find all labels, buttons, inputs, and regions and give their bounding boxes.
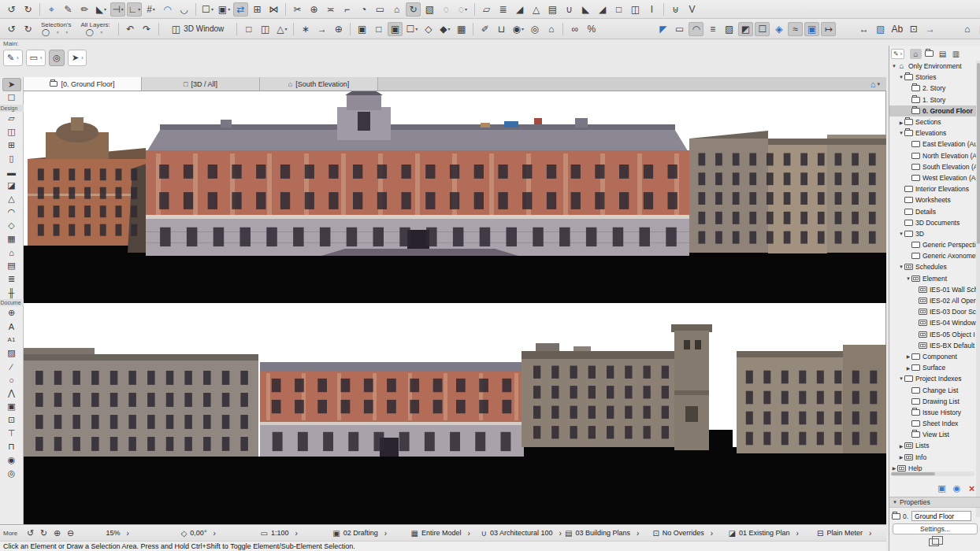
tree-expand-arrow[interactable]: ▼ (898, 376, 904, 381)
roof-tool[interactable]: △ (2, 192, 21, 205)
railing-edit-icon[interactable]: ≣ (496, 2, 510, 17)
home-view-icon[interactable]: ⌂ (544, 22, 559, 36)
tree-item-component[interactable]: ▶Component (889, 351, 976, 362)
link-icon[interactable]: ∞ (567, 22, 582, 36)
marquee-icon[interactable]: ☐▾ (200, 2, 215, 17)
paint-bucket-icon[interactable]: ◣ (578, 2, 593, 17)
window-tool[interactable]: ⊞ (2, 139, 21, 152)
rotate-icon[interactable]: ↻ (406, 2, 421, 17)
tree-item-ies-03-door-sc[interactable]: IES-03 Door Sc (889, 306, 976, 317)
tree-item-info[interactable]: ▶Info (889, 452, 976, 463)
hatch-lines-icon[interactable]: ≡ (705, 22, 720, 36)
tree-item-west-elevation-au[interactable]: West Elevation (Au (889, 172, 976, 183)
doc-icon[interactable]: □ (611, 2, 626, 17)
status-pen-set[interactable]: ▣02 Drafting› (320, 529, 401, 538)
va-icon[interactable]: V (685, 2, 700, 17)
tree-item-2-story[interactable]: 2. Story (889, 83, 976, 94)
tab-home-dropdown[interactable]: ⌂▾ (864, 77, 886, 91)
tree-item-south-elevation-a[interactable]: South Elevation (A (889, 161, 976, 172)
settings-button[interactable]: Settings... (893, 523, 978, 534)
tree-item-east-elevation-au[interactable]: East Elevation (Au (889, 139, 976, 150)
tree-item-interior-elevations[interactable]: Interior Elevations (889, 183, 976, 194)
status-renovation-filter[interactable]: ◪01 Existing Plan› (723, 529, 804, 538)
wave-select-icon[interactable]: ≈ (788, 22, 803, 36)
adjust-icon[interactable]: ∟▾ (127, 2, 142, 17)
pencil-icon[interactable]: ✎ (61, 2, 76, 17)
frame-icon[interactable]: ▭ (373, 2, 388, 17)
drawing-canvas[interactable] (24, 91, 886, 524)
paint-bucket2-icon[interactable]: ◢ (595, 2, 610, 17)
beam-tool[interactable]: ▬ (2, 165, 21, 179)
zoom-out-icon[interactable]: ⊖ (64, 527, 77, 539)
tree-item-project-indexes[interactable]: ▼Project Indexes (889, 373, 976, 384)
arc-segment-icon[interactable]: ◔ (356, 2, 371, 17)
rebuild-icon[interactable]: ↻ (20, 22, 35, 36)
tree-item-stories[interactable]: ▼Stories (889, 72, 976, 83)
camera-tool[interactable]: ◉ (2, 453, 21, 467)
undo-icon[interactable]: ↺ (4, 2, 19, 17)
status-graphic-override[interactable]: ⊡No Overrides› (643, 529, 724, 538)
globe-icon[interactable]: ⊕ (331, 22, 346, 36)
status-zoom-level[interactable]: 15%› (77, 529, 158, 538)
abc-icon[interactable]: Ab (889, 22, 904, 36)
tree-item-ies-02-all-oper[interactable]: IES-02 All Oper (889, 295, 976, 306)
dimension-box-icon[interactable]: ⊞ (250, 2, 265, 17)
tree-item-ies-05-object-i[interactable]: IES-05 Object I (889, 329, 976, 340)
diamond-icon[interactable]: ◈ (771, 22, 786, 36)
tree-expand-arrow[interactable]: ▶ (905, 365, 911, 371)
tree-item-north-elevation-a[interactable]: North Elevation (A (889, 150, 976, 161)
snap-grid-icon[interactable]: #▾ (143, 2, 158, 17)
box-wire-icon[interactable]: □ (241, 22, 256, 36)
marquee-tool[interactable]: ☐ (2, 91, 21, 105)
expand-icon[interactable]: ↔ (856, 22, 871, 36)
brush-icon[interactable]: ▧ (422, 2, 437, 17)
axonometry-icon[interactable]: △▾ (274, 22, 289, 36)
image-icon[interactable]: ▦ (454, 22, 469, 36)
tree-expand-arrow[interactable]: ▼ (898, 231, 904, 236)
drawing-tool[interactable]: ⊡ (2, 413, 21, 427)
circle-tool[interactable]: ○ (2, 373, 21, 386)
tab-0groundfloor[interactable]: [0. Ground Floor] (24, 77, 142, 91)
tree-item-only-environment[interactable]: ▼⌂Only Environment (889, 61, 976, 72)
tree-expand-arrow[interactable]: ▶ (898, 120, 904, 125)
zone-tool[interactable]: ⌂ (2, 246, 21, 259)
story-name-input[interactable] (911, 511, 971, 521)
flag-icon[interactable]: ⊎ (668, 2, 683, 17)
view-map-icon[interactable] (923, 49, 935, 59)
label-tool[interactable]: A1 (2, 333, 21, 346)
drop-solid-icon[interactable]: ◆▾ (437, 22, 452, 36)
tree-expand-arrow[interactable]: ▶ (891, 465, 897, 471)
copy-frame-icon[interactable]: ▣ (804, 22, 819, 36)
element-settings-button[interactable]: ▭› (26, 50, 46, 66)
frame-target-icon[interactable]: ⊡ (906, 22, 921, 36)
dimension-tool[interactable]: ⊕ (2, 306, 21, 320)
wall-tool[interactable]: ▱ (2, 112, 21, 125)
tree-expand-arrow[interactable]: ▶ (898, 454, 904, 460)
camera-path-icon[interactable]: ◎ (527, 22, 542, 36)
tree-item-view-list[interactable]: View List (889, 429, 976, 440)
home-dotted-icon[interactable]: ⌂ (960, 22, 974, 36)
selection-toggles[interactable]: Selection's◯ ◦ ◦ (41, 22, 71, 36)
paste-view-icon[interactable]: □ (371, 22, 386, 36)
tray-icon[interactable]: ⊔ (494, 22, 509, 36)
elevation-tool[interactable]: ⊓ (2, 440, 21, 453)
drag-icon[interactable]: ⇄ (233, 2, 248, 17)
figure-tool[interactable]: ▣ (2, 400, 21, 413)
tab-southelevation[interactable]: ⌂[South Elevation] (260, 77, 378, 91)
tree-item-ies-bx-default[interactable]: IES-BX Default (889, 340, 976, 351)
tree-item-generic-perspecti[interactable]: Generic Perspecti (889, 239, 976, 250)
tree-item-generic-axonomet[interactable]: Generic Axonomet (889, 250, 976, 261)
previous-zoom-icon[interactable]: ↺ (24, 527, 37, 539)
tree-horizontal-scrollbar[interactable] (891, 471, 974, 476)
refresh-icon[interactable]: ↺ (4, 22, 19, 36)
tree-expand-arrow[interactable]: ▼ (898, 131, 904, 135)
column-u-icon[interactable]: ∪ (562, 2, 577, 17)
pen-icon[interactable]: ✏ (77, 2, 92, 17)
redo-icon[interactable]: ↻ (20, 2, 35, 17)
ibeam-icon[interactable]: I (644, 2, 659, 17)
tree-item-schedules[interactable]: ▼Schedules (889, 261, 976, 272)
roof-home-icon[interactable]: ⌂ (389, 2, 404, 17)
zoom-select-icon[interactable]: ⊕ (306, 2, 321, 17)
orbit-icon[interactable]: ↻ (37, 527, 50, 539)
all-layers-toggles[interactable]: All Layers:◯ ◦ (80, 22, 110, 36)
